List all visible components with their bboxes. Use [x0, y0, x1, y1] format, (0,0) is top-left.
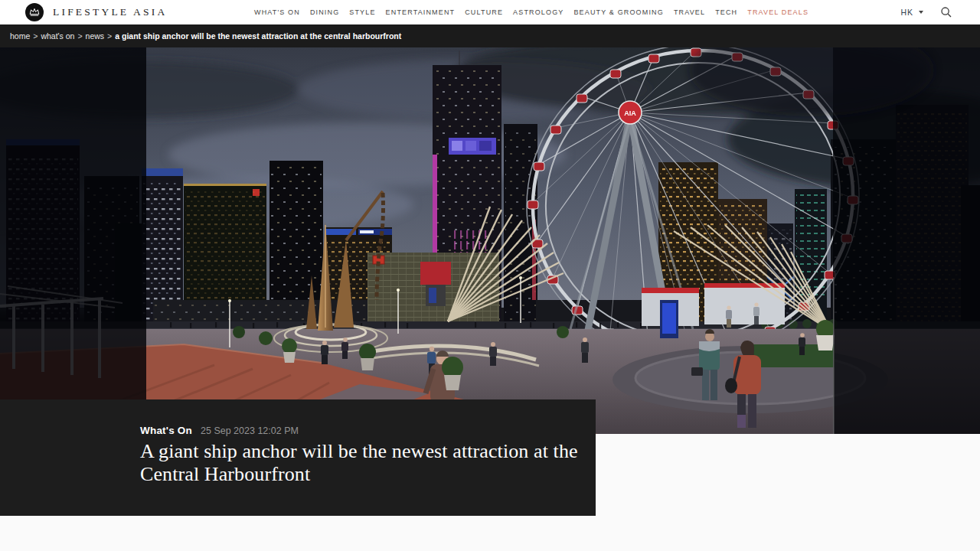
- article-meta: What's On 25 Sep 2023 12:02 PM: [140, 425, 582, 436]
- nav-tech[interactable]: TECH: [715, 8, 737, 16]
- region-label: HK: [900, 8, 913, 17]
- crown-icon: [25, 3, 44, 21]
- breadcrumb-home[interactable]: home: [10, 31, 30, 41]
- site-header: LIFESTYLE ASIA WHAT'S ON DINING STYLE EN…: [0, 0, 980, 24]
- nav-whats-on[interactable]: WHAT'S ON: [254, 8, 300, 16]
- breadcrumb-whats-on[interactable]: what's on: [41, 31, 74, 41]
- nav-dining[interactable]: DINING: [310, 8, 339, 16]
- breadcrumb-separator: >: [107, 31, 112, 41]
- article-info-overlay: What's On 25 Sep 2023 12:02 PM A giant s…: [0, 399, 596, 516]
- carousel-next-slide[interactable]: [833, 47, 980, 434]
- nav-travel[interactable]: TRAVEL: [674, 8, 705, 16]
- wheel-hub-label: AIA: [624, 109, 636, 117]
- hero-carousel: AIA: [0, 47, 980, 434]
- chevron-down-icon: [919, 11, 923, 14]
- carousel-prev-slide[interactable]: [0, 47, 146, 434]
- header-right: HK: [900, 0, 952, 24]
- article-title: A giant ship anchor will be the newest a…: [140, 440, 586, 486]
- brand-name: LIFESTYLE ASIA: [53, 6, 167, 18]
- nav-entertainment[interactable]: ENTERTAINMENT: [386, 8, 456, 16]
- breadcrumb-news[interactable]: news: [86, 31, 105, 41]
- article-category-link[interactable]: What's On: [140, 425, 192, 436]
- breadcrumb-separator: >: [77, 31, 82, 41]
- search-icon[interactable]: [940, 6, 952, 18]
- breadcrumb: home > what's on > news > a giant ship a…: [0, 24, 980, 47]
- nav-culture[interactable]: CULTURE: [465, 8, 503, 16]
- nav-travel-deals[interactable]: TRAVEL DEALS: [747, 8, 808, 16]
- article-date: 25 Sep 2023 12:02 PM: [201, 425, 299, 436]
- nav-astrology[interactable]: ASTROLOGY: [513, 8, 564, 16]
- breadcrumb-current-page: a giant ship anchor will be the newest a…: [115, 31, 401, 41]
- brand-logo[interactable]: LIFESTYLE ASIA: [25, 3, 167, 21]
- region-selector[interactable]: HK: [900, 8, 923, 17]
- nav-beauty-grooming[interactable]: BEAUTY & GROOMING: [573, 8, 663, 16]
- main-nav: WHAT'S ON DINING STYLE ENTERTAINMENT CUL…: [254, 0, 808, 24]
- page: LIFESTYLE ASIA WHAT'S ON DINING STYLE EN…: [0, 0, 980, 551]
- nav-style[interactable]: STYLE: [349, 8, 375, 16]
- breadcrumb-separator: >: [33, 31, 38, 41]
